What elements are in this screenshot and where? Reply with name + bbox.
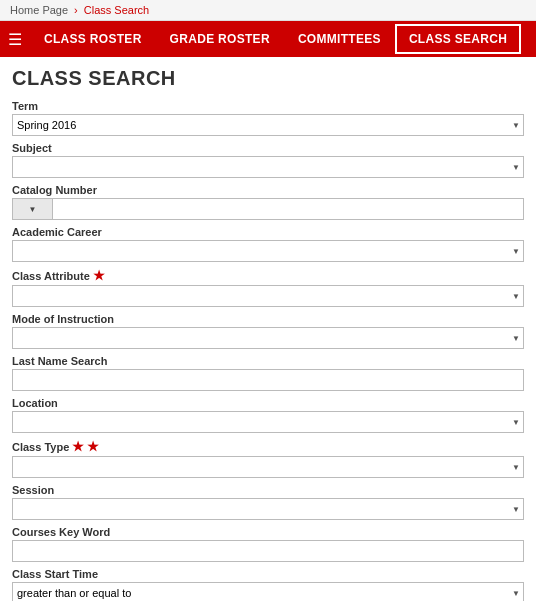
term-select-wrapper: Spring 2016 [12,114,524,136]
class-type-star1: ★ [72,439,84,454]
session-row [12,498,524,520]
location-label: Location [12,397,524,409]
menu-icon[interactable]: ☰ [8,30,22,49]
class-type-select-wrapper [12,456,524,478]
class-attr-label: Class Attribute ★ [12,268,524,283]
subject-select[interactable] [12,156,524,178]
nav-items: Class Roster Grade Roster Committees Cla… [30,24,521,54]
term-select[interactable]: Spring 2016 [12,114,524,136]
class-attr-row [12,285,524,307]
class-attr-select-wrapper [12,285,524,307]
term-row: Spring 2016 [12,114,524,136]
mode-select-wrapper [12,327,524,349]
session-select-wrapper [12,498,524,520]
start-time-row: greater than or equal to [12,582,524,601]
breadcrumb-current: Class Search [84,4,149,16]
nav-class-search[interactable]: Class Search [395,24,521,54]
academic-label: Academic Career [12,226,524,238]
location-select[interactable] [12,411,524,433]
class-type-row [12,456,524,478]
navbar: ☰ Class Roster Grade Roster Committees C… [0,21,536,57]
start-time-select[interactable]: greater than or equal to [12,582,524,601]
main-content: Class Search Term Spring 2016 Subject Ca… [0,57,536,601]
keyword-input[interactable] [12,540,524,562]
academic-select[interactable] [12,240,524,262]
location-row [12,411,524,433]
breadcrumb: Home Page › Class Search [0,0,536,21]
catalog-label: Catalog Number [12,184,524,196]
mode-row [12,327,524,349]
term-label: Term [12,100,524,112]
last-name-input[interactable] [12,369,524,391]
last-name-label: Last Name Search [12,355,524,367]
subject-label: Subject [12,142,524,154]
subject-row [12,156,524,178]
page-title: Class Search [12,67,524,90]
mode-label: Mode of Instruction [12,313,524,325]
start-time-label: Class Start Time [12,568,524,580]
class-type-label: Class Type ★ ★ [12,439,524,454]
academic-select-wrapper [12,240,524,262]
academic-row [12,240,524,262]
nav-committees[interactable]: Committees [284,24,395,54]
nav-class-roster[interactable]: Class Roster [30,24,156,54]
class-type-star2: ★ [87,439,99,454]
subject-select-wrapper [12,156,524,178]
catalog-dropdown-btn[interactable]: ▼ [12,198,52,220]
catalog-input[interactable] [52,198,524,220]
catalog-row: ▼ [12,198,524,220]
keyword-label: Courses Key Word [12,526,524,538]
session-select[interactable] [12,498,524,520]
nav-grade-roster[interactable]: Grade Roster [156,24,284,54]
start-time-select-wrapper: greater than or equal to [12,582,524,601]
mode-select[interactable] [12,327,524,349]
class-attr-star: ★ [93,268,105,283]
last-name-row [12,369,524,391]
session-label: Session [12,484,524,496]
class-attr-select[interactable] [12,285,524,307]
keyword-row [12,540,524,562]
location-select-wrapper [12,411,524,433]
breadcrumb-home[interactable]: Home Page [10,4,68,16]
class-type-select[interactable] [12,456,524,478]
